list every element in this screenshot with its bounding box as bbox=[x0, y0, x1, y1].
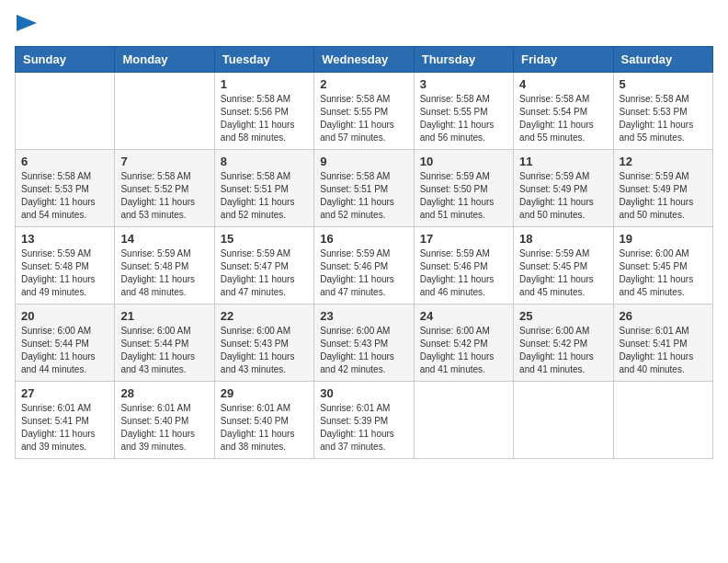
weekday-header: Monday bbox=[115, 47, 214, 73]
day-info: Sunrise: 6:01 AMSunset: 5:39 PMDaylight:… bbox=[320, 402, 407, 454]
day-info: Sunrise: 5:58 AMSunset: 5:51 PMDaylight:… bbox=[221, 170, 308, 222]
weekday-header: Saturday bbox=[613, 47, 712, 73]
weekday-header: Tuesday bbox=[214, 47, 313, 73]
day-number: 2 bbox=[320, 77, 407, 91]
day-number: 28 bbox=[120, 386, 208, 400]
day-info: Sunrise: 5:59 AMSunset: 5:50 PMDaylight:… bbox=[420, 170, 507, 222]
day-info: Sunrise: 5:59 AMSunset: 5:48 PMDaylight:… bbox=[21, 247, 108, 299]
day-number: 8 bbox=[221, 155, 308, 168]
calendar-cell: 29Sunrise: 6:01 AMSunset: 5:40 PMDayligh… bbox=[214, 382, 313, 459]
calendar-cell bbox=[514, 382, 613, 459]
day-info: Sunrise: 6:01 AMSunset: 5:40 PMDaylight:… bbox=[120, 402, 208, 454]
weekday-header: Thursday bbox=[414, 47, 513, 73]
day-info: Sunrise: 6:01 AMSunset: 5:40 PMDaylight:… bbox=[221, 402, 308, 454]
page-header bbox=[15, 15, 713, 35]
day-info: Sunrise: 6:01 AMSunset: 5:41 PMDaylight:… bbox=[620, 325, 707, 376]
calendar-cell: 10Sunrise: 5:59 AMSunset: 5:50 PMDayligh… bbox=[414, 150, 513, 227]
day-info: Sunrise: 5:59 AMSunset: 5:47 PMDaylight:… bbox=[221, 247, 308, 299]
day-info: Sunrise: 6:00 AMSunset: 5:42 PMDaylight:… bbox=[420, 325, 507, 376]
calendar-cell: 2Sunrise: 5:58 AMSunset: 5:55 PMDaylight… bbox=[314, 73, 414, 150]
svg-marker-0 bbox=[17, 15, 37, 31]
day-info: Sunrise: 6:00 AMSunset: 5:42 PMDaylight:… bbox=[519, 325, 607, 376]
day-number: 24 bbox=[420, 309, 507, 323]
calendar-cell: 15Sunrise: 5:59 AMSunset: 5:47 PMDayligh… bbox=[214, 227, 313, 304]
day-info: Sunrise: 5:59 AMSunset: 5:46 PMDaylight:… bbox=[420, 247, 507, 299]
day-info: Sunrise: 6:00 AMSunset: 5:44 PMDaylight:… bbox=[21, 325, 108, 376]
calendar-cell: 19Sunrise: 6:00 AMSunset: 5:45 PMDayligh… bbox=[613, 227, 712, 304]
calendar-cell: 6Sunrise: 5:58 AMSunset: 5:53 PMDaylight… bbox=[16, 150, 115, 227]
logo bbox=[15, 15, 37, 35]
day-number: 17 bbox=[420, 232, 507, 246]
calendar-week-row: 6Sunrise: 5:58 AMSunset: 5:53 PMDaylight… bbox=[16, 150, 713, 227]
day-info: Sunrise: 5:59 AMSunset: 5:48 PMDaylight:… bbox=[120, 247, 208, 299]
calendar-cell: 11Sunrise: 5:59 AMSunset: 5:49 PMDayligh… bbox=[514, 150, 613, 227]
calendar-cell: 25Sunrise: 6:00 AMSunset: 5:42 PMDayligh… bbox=[514, 304, 613, 382]
day-number: 23 bbox=[320, 309, 407, 323]
calendar-cell: 20Sunrise: 6:00 AMSunset: 5:44 PMDayligh… bbox=[16, 304, 115, 382]
calendar-cell: 27Sunrise: 6:01 AMSunset: 5:41 PMDayligh… bbox=[16, 382, 115, 459]
calendar-cell: 23Sunrise: 6:00 AMSunset: 5:43 PMDayligh… bbox=[314, 304, 414, 382]
calendar-cell: 16Sunrise: 5:59 AMSunset: 5:46 PMDayligh… bbox=[314, 227, 414, 304]
calendar-cell: 24Sunrise: 6:00 AMSunset: 5:42 PMDayligh… bbox=[414, 304, 513, 382]
calendar-cell: 8Sunrise: 5:58 AMSunset: 5:51 PMDaylight… bbox=[214, 150, 313, 227]
day-number: 20 bbox=[21, 309, 108, 323]
calendar-week-row: 27Sunrise: 6:01 AMSunset: 5:41 PMDayligh… bbox=[16, 382, 713, 459]
day-number: 27 bbox=[21, 386, 108, 400]
calendar-cell: 14Sunrise: 5:59 AMSunset: 5:48 PMDayligh… bbox=[115, 227, 214, 304]
day-info: Sunrise: 5:58 AMSunset: 5:53 PMDaylight:… bbox=[21, 170, 108, 222]
calendar-cell bbox=[613, 382, 712, 459]
calendar-cell: 4Sunrise: 5:58 AMSunset: 5:54 PMDaylight… bbox=[514, 73, 613, 150]
calendar-cell bbox=[414, 382, 513, 459]
day-number: 11 bbox=[519, 155, 607, 168]
day-info: Sunrise: 5:59 AMSunset: 5:49 PMDaylight:… bbox=[519, 170, 607, 222]
calendar-cell bbox=[115, 73, 214, 150]
calendar-cell: 7Sunrise: 5:58 AMSunset: 5:52 PMDaylight… bbox=[115, 150, 214, 227]
day-number: 9 bbox=[320, 155, 407, 168]
day-info: Sunrise: 5:59 AMSunset: 5:46 PMDaylight:… bbox=[320, 247, 407, 299]
day-number: 5 bbox=[620, 77, 707, 91]
day-info: Sunrise: 6:00 AMSunset: 5:44 PMDaylight:… bbox=[120, 325, 208, 376]
day-info: Sunrise: 5:58 AMSunset: 5:55 PMDaylight:… bbox=[420, 93, 507, 144]
calendar-cell: 28Sunrise: 6:01 AMSunset: 5:40 PMDayligh… bbox=[115, 382, 214, 459]
calendar-cell: 13Sunrise: 5:59 AMSunset: 5:48 PMDayligh… bbox=[16, 227, 115, 304]
day-number: 4 bbox=[519, 77, 607, 91]
day-number: 10 bbox=[420, 155, 507, 168]
day-number: 16 bbox=[320, 232, 407, 246]
day-info: Sunrise: 5:58 AMSunset: 5:51 PMDaylight:… bbox=[320, 170, 407, 222]
calendar-cell: 18Sunrise: 5:59 AMSunset: 5:45 PMDayligh… bbox=[514, 227, 613, 304]
day-number: 29 bbox=[221, 386, 308, 400]
day-info: Sunrise: 5:58 AMSunset: 5:52 PMDaylight:… bbox=[120, 170, 208, 222]
logo-arrow-icon bbox=[17, 15, 37, 35]
weekday-header: Sunday bbox=[16, 47, 115, 73]
day-info: Sunrise: 6:00 AMSunset: 5:45 PMDaylight:… bbox=[620, 247, 707, 299]
calendar-cell bbox=[16, 73, 115, 150]
calendar-cell: 3Sunrise: 5:58 AMSunset: 5:55 PMDaylight… bbox=[414, 73, 513, 150]
day-number: 25 bbox=[519, 309, 607, 323]
day-number: 7 bbox=[120, 155, 208, 168]
day-info: Sunrise: 5:59 AMSunset: 5:45 PMDaylight:… bbox=[519, 247, 607, 299]
weekday-header: Friday bbox=[514, 47, 613, 73]
day-number: 26 bbox=[620, 309, 707, 323]
calendar-cell: 30Sunrise: 6:01 AMSunset: 5:39 PMDayligh… bbox=[314, 382, 414, 459]
day-number: 1 bbox=[221, 77, 308, 91]
day-info: Sunrise: 5:58 AMSunset: 5:56 PMDaylight:… bbox=[221, 93, 308, 144]
day-number: 22 bbox=[221, 309, 308, 323]
day-number: 6 bbox=[21, 155, 108, 168]
day-info: Sunrise: 6:00 AMSunset: 5:43 PMDaylight:… bbox=[320, 325, 407, 376]
calendar-cell: 9Sunrise: 5:58 AMSunset: 5:51 PMDaylight… bbox=[314, 150, 414, 227]
day-number: 21 bbox=[120, 309, 208, 323]
day-number: 13 bbox=[21, 232, 108, 246]
day-number: 12 bbox=[620, 155, 707, 168]
day-number: 19 bbox=[620, 232, 707, 246]
calendar-week-row: 1Sunrise: 5:58 AMSunset: 5:56 PMDaylight… bbox=[16, 73, 713, 150]
calendar-cell: 1Sunrise: 5:58 AMSunset: 5:56 PMDaylight… bbox=[214, 73, 313, 150]
calendar-cell: 21Sunrise: 6:00 AMSunset: 5:44 PMDayligh… bbox=[115, 304, 214, 382]
day-info: Sunrise: 6:01 AMSunset: 5:41 PMDaylight:… bbox=[21, 402, 108, 454]
calendar-cell: 17Sunrise: 5:59 AMSunset: 5:46 PMDayligh… bbox=[414, 227, 513, 304]
calendar-cell: 12Sunrise: 5:59 AMSunset: 5:49 PMDayligh… bbox=[613, 150, 712, 227]
calendar-table: SundayMondayTuesdayWednesdayThursdayFrid… bbox=[15, 46, 713, 459]
calendar-week-row: 20Sunrise: 6:00 AMSunset: 5:44 PMDayligh… bbox=[16, 304, 713, 382]
day-info: Sunrise: 5:58 AMSunset: 5:53 PMDaylight:… bbox=[620, 93, 707, 144]
calendar-cell: 26Sunrise: 6:01 AMSunset: 5:41 PMDayligh… bbox=[613, 304, 712, 382]
weekday-header: Wednesday bbox=[314, 47, 414, 73]
